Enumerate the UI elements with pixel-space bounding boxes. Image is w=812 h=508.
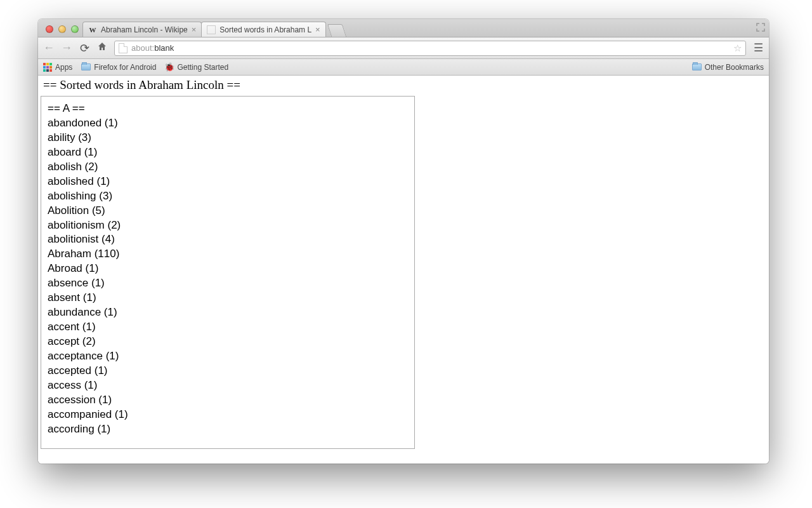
bookmark-label: Getting Started bbox=[177, 63, 228, 72]
apps-shortcut[interactable]: Apps bbox=[43, 63, 72, 72]
tab-title: Sorted words in Abraham L bbox=[219, 25, 311, 34]
tab-title: Abraham Lincoln - Wikipe bbox=[101, 25, 188, 34]
close-window-button[interactable] bbox=[46, 25, 53, 33]
tab-sorted-words[interactable]: Sorted words in Abraham L × bbox=[201, 22, 325, 37]
other-bookmarks-label: Other Bookmarks bbox=[705, 63, 764, 72]
ladybug-icon: 🐞 bbox=[165, 63, 174, 72]
back-button[interactable]: ← bbox=[43, 41, 55, 55]
apps-label: Apps bbox=[55, 63, 72, 72]
bookmarks-bar: Apps Firefox for Android 🐞 Getting Start… bbox=[38, 59, 769, 76]
bookmark-getting-started[interactable]: 🐞 Getting Started bbox=[165, 63, 228, 72]
url-scheme: about: bbox=[131, 43, 154, 53]
page-heading: == Sorted words in Abraham Lincoln == bbox=[38, 76, 769, 93]
page-icon bbox=[119, 43, 128, 53]
apps-grid-icon bbox=[43, 63, 52, 72]
tab-wikipedia[interactable]: W Abraham Lincoln - Wikipe × bbox=[82, 22, 202, 37]
folder-icon bbox=[692, 64, 702, 70]
bookmark-label: Firefox for Android bbox=[94, 63, 156, 72]
toolbar: ← → ⟳ about:blank ☆ ☰ bbox=[38, 37, 769, 59]
page-content: == Sorted words in Abraham Lincoln == ==… bbox=[38, 76, 769, 464]
close-tab-icon[interactable]: × bbox=[315, 25, 320, 34]
browser-window: W Abraham Lincoln - Wikipe × Sorted word… bbox=[38, 19, 769, 464]
other-bookmarks[interactable]: Other Bookmarks bbox=[692, 63, 764, 72]
menu-button[interactable]: ☰ bbox=[752, 41, 764, 55]
fullscreen-icon[interactable] bbox=[756, 23, 765, 32]
bookmark-star-icon[interactable]: ☆ bbox=[733, 43, 742, 54]
tab-strip: W Abraham Lincoln - Wikipe × Sorted word… bbox=[38, 19, 769, 37]
new-tab-button[interactable] bbox=[327, 24, 346, 37]
home-button[interactable] bbox=[96, 41, 108, 55]
url-path: blank bbox=[154, 43, 174, 53]
folder-icon bbox=[81, 64, 91, 70]
minimize-window-button[interactable] bbox=[58, 25, 66, 33]
zoom-window-button[interactable] bbox=[71, 25, 79, 33]
wikipedia-favicon-icon: W bbox=[88, 25, 97, 34]
address-bar[interactable]: about:blank ☆ bbox=[114, 41, 746, 56]
close-tab-icon[interactable]: × bbox=[192, 25, 197, 34]
page-favicon-icon bbox=[207, 25, 216, 34]
bookmark-firefox-android[interactable]: Firefox for Android bbox=[81, 63, 156, 72]
window-controls bbox=[43, 25, 82, 37]
reload-button[interactable]: ⟳ bbox=[79, 41, 90, 55]
forward-button[interactable]: → bbox=[61, 41, 72, 55]
word-list-textarea[interactable]: == A == abandoned (1) ability (3) aboard… bbox=[41, 96, 415, 449]
